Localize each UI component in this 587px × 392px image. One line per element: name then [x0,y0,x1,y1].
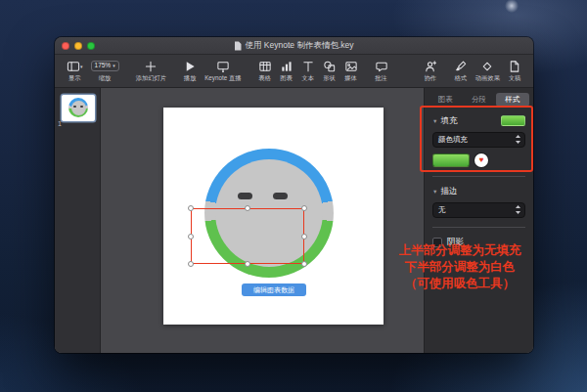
keynote-window: 使用 Keynote 制作表情包.key ▾ 显示 175%▾ 缩放 [55,37,533,353]
toolbar-button-table[interactable]: 表格 [254,59,276,83]
toolbar-label: 播放 [184,74,197,83]
left-eye-shape[interactable] [238,193,252,199]
toolbar-button-comment[interactable]: 批注 [371,59,392,83]
edit-chart-data-button[interactable]: 编辑图表数据 [242,283,306,296]
toolbar-button-text[interactable]: 文本 [297,59,319,83]
toolbar-button-play[interactable]: 播放 [179,59,201,83]
toolbar-label: 格式 [455,74,468,83]
stroke-type-popup[interactable]: 无 [432,202,525,218]
toolbar-label: 显示 [68,74,81,83]
heart-icon: ♥ [479,156,484,164]
selection-handle[interactable] [301,234,307,240]
toolbar-zoom-control[interactable]: 175%▾ 缩放 [87,59,123,83]
fullscreen-button[interactable] [87,42,95,50]
divider [432,227,525,228]
toolbar-button-media[interactable]: 媒体 [340,59,362,83]
fill-section-header: ▼ 填充 [432,115,525,127]
selection-handle[interactable] [188,205,194,211]
right-eye-shape[interactable] [273,193,288,199]
tab-chart[interactable]: 图表 [429,93,462,107]
selection-handle[interactable] [188,234,194,240]
fill-color-well[interactable] [432,153,470,167]
toolbar-button-shape[interactable]: 形状 [319,59,340,83]
toolbar-label: 动画效果 [475,74,500,83]
slide[interactable]: 编辑图表数据 [163,108,384,325]
slide-navigator[interactable]: 1 [55,88,101,353]
toolbar-label: 文本 [301,74,314,83]
toolbar-button-animate[interactable]: 动画效果 [472,59,504,83]
toolbar-label: 添加幻灯片 [136,74,166,83]
toolbar-button-format[interactable]: 格式 [450,59,472,83]
format-inspector: 图表 分段 样式 ▼ 填充 颜色填充 ♥ [424,88,533,353]
fill-type-value: 颜色填充 [438,135,468,145]
window-titlebar[interactable]: 使用 Keynote 制作表情包.key [55,37,533,55]
slide-canvas[interactable]: 编辑图表数据 [101,88,424,353]
tab-style[interactable]: 样式 [496,93,529,107]
add-slide-icon [144,59,158,73]
toolbar: ▾ 显示 175%▾ 缩放 添加幻灯片 播放 [55,55,533,88]
desktop-background: 使用 Keynote 制作表情包.key ▾ 显示 175%▾ 缩放 [0,0,587,392]
play-icon [183,59,197,73]
shadow-label: 阴影 [447,237,464,248]
collaborate-icon [424,59,437,73]
toolbar-label: 批注 [375,74,387,83]
toolbar-label: 媒体 [344,74,357,83]
minimize-button[interactable] [74,42,82,50]
toolbar-button-chart[interactable]: 图表 [276,59,297,83]
slide-thumbnail[interactable] [62,95,95,121]
chart-icon [280,59,294,73]
close-button[interactable] [62,42,69,50]
table-icon [258,59,272,73]
media-icon [344,59,358,73]
disclosure-triangle-icon[interactable]: ▼ [432,118,437,124]
thumbnail-face [71,101,86,115]
toolbar-button-document[interactable]: 文稿 [504,59,525,83]
window-content: 1 [55,88,533,353]
fill-label: 填充 [440,115,457,127]
chart-segment-selection-box [191,208,304,264]
format-brush-icon [454,59,468,73]
disclosure-triangle-icon[interactable]: ▼ [432,189,437,195]
selection-handle[interactable] [301,205,307,211]
selection-handle[interactable] [245,205,250,211]
shape-icon [323,59,337,73]
zoom-dropdown: 175%▾ [91,59,119,73]
toolbar-button-add-slide[interactable]: 添加幻灯片 [132,59,170,83]
thumbnail-eye [80,106,83,108]
keynote-live-icon [216,59,230,73]
stroke-value: 无 [438,205,446,215]
divider [432,176,525,177]
view-icon: ▾ [67,59,83,73]
popup-stepper-icon [515,204,521,215]
toolbar-label: 文稿 [509,74,521,83]
chevron-down-icon: ▾ [113,64,115,68]
toolbar-button-collaborate[interactable]: 协作 [420,59,441,83]
stroke-label: 描边 [440,186,457,197]
tab-segment[interactable]: 分段 [462,93,495,107]
comment-icon [375,59,388,73]
window-title: 使用 Keynote 制作表情包.key [245,40,353,52]
window-title-area: 使用 Keynote 制作表情包.key [55,37,533,54]
fill-type-popup[interactable]: 颜色填充 [432,132,525,148]
zoom-value: 175% [95,63,112,69]
document-settings-icon [508,59,521,73]
color-picker-button[interactable]: ♥ [474,153,488,167]
toolbar-button-view[interactable]: ▾ 显示 [63,59,87,83]
popup-stepper-icon [515,134,521,145]
toolbar-label: 形状 [323,74,336,83]
toolbar-label: 协作 [425,74,437,83]
toolbar-button-keynote-live[interactable]: Keynote 直播 [201,59,245,83]
animate-diamond-icon [480,59,494,73]
toolbar-label: Keynote 直播 [204,74,241,83]
selection-handle[interactable] [301,261,307,267]
selection-handle[interactable] [188,261,194,267]
toolbar-label: 表格 [258,74,271,83]
traffic-lights [62,42,95,50]
selection-handle[interactable] [245,261,250,267]
shadow-checkbox[interactable] [432,238,442,247]
stroke-section-header: ▼ 描边 [432,186,525,197]
fill-color-well-row: ♥ [432,153,525,167]
thumbnail-eye [73,106,76,108]
slide-number: 1 [58,120,62,127]
fill-color-preview-swatch[interactable] [501,115,525,126]
